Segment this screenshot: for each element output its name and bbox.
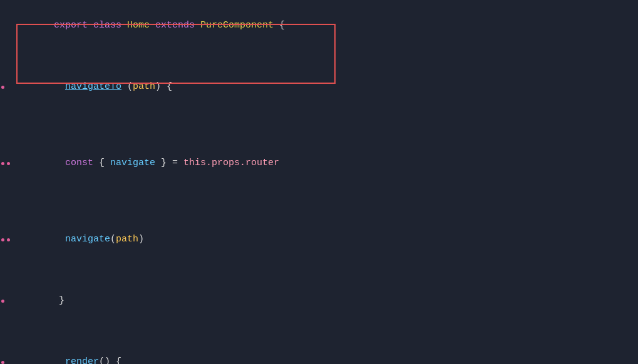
param-path-2: path: [133, 81, 155, 92]
indent-dot-6a: [1, 361, 4, 364]
indent-dot-3a: [1, 162, 4, 165]
line-content-6: render() {: [15, 325, 638, 364]
method-render: render: [65, 356, 99, 364]
line-gutter-2: [0, 86, 13, 89]
line-gutter-5: [0, 300, 13, 303]
line-content-2: navigateTo (path) {: [15, 49, 638, 124]
paren-navigate: (: [110, 234, 116, 245]
line-content-1: export class Home extends PureComponent …: [15, 3, 638, 48]
method-navigateto: navigateTo: [65, 81, 121, 92]
indent-dot-5a: [1, 300, 4, 303]
brace-close-3: } =: [155, 158, 183, 168]
code-line-4: navigate(path): [0, 201, 638, 278]
line-gutter-3: [0, 162, 13, 165]
code-line-1: export class Home extends PureComponent …: [0, 3, 638, 49]
open-brace-1: {: [279, 20, 285, 31]
indent-dot-3b: [7, 162, 10, 165]
call-navigate: navigate: [65, 234, 110, 245]
code-line-5: }: [0, 278, 638, 324]
indent-dot-4b: [7, 238, 10, 241]
keyword-class: class: [93, 20, 127, 31]
close-brace-5: }: [59, 295, 64, 306]
render-parens: () {: [99, 356, 121, 364]
var-navigate: navigate: [110, 158, 155, 168]
code-line-6: render() {: [0, 324, 638, 364]
keyword-const: const: [65, 158, 99, 168]
paren-close-2: ) {: [155, 81, 172, 92]
line-content-5: }: [15, 278, 638, 323]
code-line-3: const { navigate } = this.props.router: [0, 125, 638, 201]
this-props-router: this.props.router: [183, 158, 279, 168]
brace-open-3: {: [99, 158, 110, 168]
code-line-2: navigateTo (path) {: [0, 49, 638, 125]
code-container: export class Home extends PureComponent …: [0, 0, 638, 364]
keyword-export: export: [54, 20, 93, 31]
classname-home: Home: [127, 20, 155, 31]
indent-dot-4a: [1, 238, 4, 241]
paren-close-4: ): [138, 234, 144, 245]
line-content-4: navigate(path): [15, 202, 638, 277]
classname-purecomponent: PureComponent: [200, 20, 279, 31]
line-gutter-6: [0, 361, 13, 364]
param-path-4: path: [116, 234, 138, 245]
line-gutter-4: [0, 238, 13, 241]
line-content-3: const { navigate } = this.props.router: [15, 126, 638, 201]
paren-open-2: (: [121, 81, 133, 92]
keyword-extends: extends: [155, 20, 200, 31]
indent-dot-2a: [1, 86, 4, 89]
